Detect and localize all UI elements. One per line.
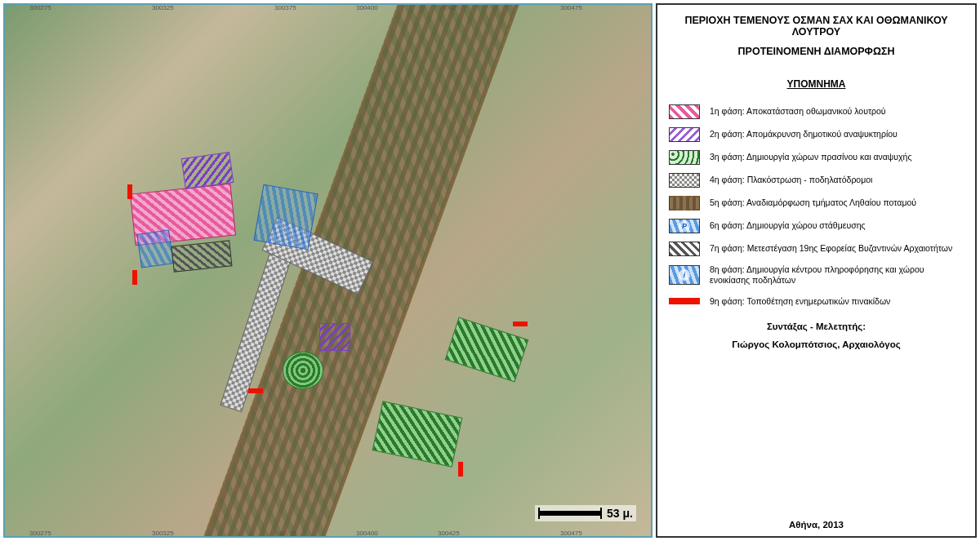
legend-item-phase7: 7η φάση: Μετεστέγαση 19ης Εφορείας Βυζαν… <box>669 242 964 256</box>
legend-label: 2η φάση: Απομάκρυνση δημοτικού αναψυκτηρ… <box>710 129 898 140</box>
info-center-phase8 <box>136 229 173 268</box>
sign-marker-phase9 <box>248 388 263 393</box>
legend-item-phase2: 2η φάση: Απομάκρυνση δημοτικού αναψυκτηρ… <box>669 127 964 142</box>
coord-tick: 300325 <box>152 4 174 11</box>
legend-item-phase1: 1η φάση: Αποκατάσταση οθωμανικού λουτρού <box>669 104 964 119</box>
author-block: Συντάξας - Μελετητής: Γιώργος Κολομπότσι… <box>669 321 964 349</box>
map-panel: 300275 300325 300375 300400 390425 30047… <box>3 3 653 538</box>
legend-label: 6η φάση: Δημιουργία χώρου στάθμευσης <box>710 220 866 231</box>
legend-label: 4η φάση: Πλακόστρωση - ποδηλατόδρομοι <box>710 175 872 185</box>
coord-tick: 300425 <box>438 530 460 537</box>
parking-zone-phase6 <box>253 184 318 251</box>
swatch-parking-icon <box>669 219 700 233</box>
legend-list: 1η φάση: Αποκατάσταση οθωμανικού λουτρού… <box>669 104 964 308</box>
scale-bar: 53 μ. <box>535 505 636 521</box>
legend-panel: ΠΕΡΙΟΧΗ ΤΕΜΕΝΟΥΣ ΟΣΜΑΝ ΣΑΧ ΚΑΙ ΟΘΩΜΑΝΙΚΟ… <box>656 3 977 538</box>
swatch-purple-hatch <box>669 127 700 142</box>
swatch-gray-hatch <box>669 242 700 256</box>
coord-tick: 300375 <box>274 4 296 11</box>
place-date: Αθήνα, 2013 <box>669 503 964 530</box>
scale-bar-line <box>538 511 602 516</box>
purple-zone-phase2 <box>319 323 350 351</box>
map-title-line2: ΠΡΟΤΕΙΝΟΜΕΝΗ ΔΙΑΜΟΡΦΩΣΗ <box>669 46 964 57</box>
swatch-info-icon <box>669 265 700 285</box>
sign-marker-phase9 <box>513 321 528 326</box>
sign-marker-phase9 <box>132 270 137 285</box>
legend-heading: ΥΠΟΜΝΗΜΑ <box>669 78 964 90</box>
sign-marker-phase9 <box>127 184 132 199</box>
legend-label: 7η φάση: Μετεστέγαση 19ης Εφορείας Βυζαν… <box>710 243 952 254</box>
legend-label: 8η φάση: Δημιουργία κέντρου πληροφόρησης… <box>710 264 964 286</box>
legend-item-phase4: 4η φάση: Πλακόστρωση - ποδηλατόδρομοι <box>669 173 964 188</box>
author-name: Γιώργος Κολομπότσιος, Αρχαιολόγος <box>669 339 964 349</box>
map-title-line1: ΠΕΡΙΟΧΗ ΤΕΜΕΝΟΥΣ ΟΣΜΑΝ ΣΑΧ ΚΑΙ ΟΘΩΜΑΝΙΚΟ… <box>669 15 964 38</box>
swatch-pink-hatch <box>669 104 700 119</box>
swatch-river-pattern <box>669 196 700 211</box>
aerial-photo: 300275 300325 300375 300400 390425 30047… <box>5 5 651 536</box>
relocation-zone-phase7 <box>172 240 233 272</box>
legend-item-phase5: 5η φάση: Αναδιαμόρφωση τμήματος Ληθαίου … <box>669 196 964 211</box>
coord-tick: 300275 <box>29 530 51 537</box>
green-space-phase3 <box>372 401 463 467</box>
swatch-green-dots <box>669 150 700 165</box>
sign-marker-phase9 <box>458 462 463 477</box>
coord-tick: 300275 <box>29 4 51 11</box>
scale-bar-label: 53 μ. <box>607 507 633 520</box>
legend-item-phase9: 9η φάση: Τοποθέτηση ενημερωτικών πινακίδ… <box>669 294 964 308</box>
coord-tick: 300400 <box>356 4 378 11</box>
swatch-red-solid <box>669 298 700 304</box>
green-space-phase3 <box>283 352 323 389</box>
coord-tick: 300400 <box>356 530 378 537</box>
coord-tick: 300475 <box>560 4 582 11</box>
legend-item-phase8: 8η φάση: Δημιουργία κέντρου πληροφόρησης… <box>669 264 964 286</box>
legend-item-phase6: 6η φάση: Δημιουργία χώρου στάθμευσης <box>669 219 964 233</box>
coord-tick: 300475 <box>560 530 582 537</box>
green-space-phase3 <box>445 317 529 382</box>
author-heading: Συντάξας - Μελετητής: <box>669 321 964 331</box>
legend-label: 9η φάση: Τοποθέτηση ενημερωτικών πινακίδ… <box>710 296 890 307</box>
legend-item-phase3: 3η φάση: Δημιουργία χώρων πρασίνου και α… <box>669 150 964 165</box>
swatch-paving-dots <box>669 173 700 188</box>
legend-label: 1η φάση: Αποκατάσταση οθωμανικού λουτρού <box>710 106 886 117</box>
coord-tick: 300325 <box>152 530 174 537</box>
legend-label: 5η φάση: Αναδιαμόρφωση τμήματος Ληθαίου … <box>710 197 916 208</box>
legend-label: 3η φάση: Δημιουργία χώρων πρασίνου και α… <box>710 152 912 162</box>
